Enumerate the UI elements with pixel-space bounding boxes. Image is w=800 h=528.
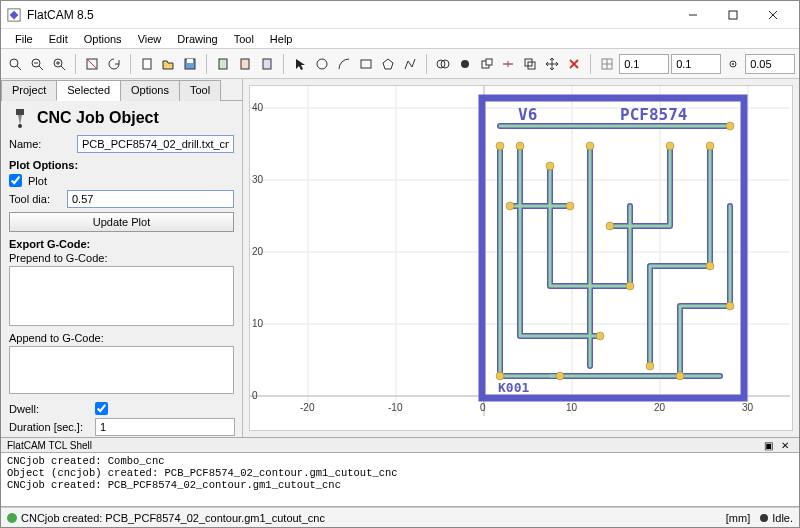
x-tick: -10: [388, 402, 402, 413]
svg-point-57: [546, 162, 554, 170]
open-gcode-icon[interactable]: [257, 53, 277, 75]
shell-undock-icon[interactable]: ▣: [760, 440, 777, 451]
plot-checkbox-label: Plot: [28, 175, 47, 187]
window-title: FlatCAM 8.5: [27, 8, 673, 22]
delete-icon[interactable]: [564, 53, 584, 75]
menu-options[interactable]: Options: [76, 31, 130, 47]
union-icon[interactable]: [433, 53, 453, 75]
shell-output[interactable]: CNCjob created: Combo_cnc Object (cncjob…: [1, 453, 799, 507]
grid-icon[interactable]: [597, 53, 617, 75]
toolbar: [1, 49, 799, 79]
menubar: File Edit Options View Drawing Tool Help: [1, 29, 799, 49]
open-project-icon[interactable]: [159, 53, 179, 75]
svg-line-6: [17, 66, 21, 70]
menu-drawing[interactable]: Drawing: [169, 31, 225, 47]
snap-icon[interactable]: [723, 53, 743, 75]
copy-icon[interactable]: [520, 53, 540, 75]
update-plot-button[interactable]: Update Plot: [9, 212, 234, 232]
shell-title-bar: FlatCAM TCL Shell ▣ ✕: [1, 437, 799, 453]
x-tick: 0: [480, 402, 486, 413]
svg-point-70: [566, 202, 574, 210]
svg-rect-2: [729, 11, 737, 19]
save-project-icon[interactable]: [180, 53, 200, 75]
tab-options[interactable]: Options: [120, 80, 180, 101]
svg-rect-39: [16, 109, 24, 115]
prepend-textarea[interactable]: [9, 266, 234, 326]
select-icon[interactable]: [290, 53, 310, 75]
left-panel: Project Selected Options Tool CNC Job Ob…: [1, 79, 243, 437]
clear-plot-icon[interactable]: [82, 53, 102, 75]
svg-point-69: [506, 202, 514, 210]
minimize-button[interactable]: [673, 2, 713, 28]
move-icon[interactable]: [542, 53, 562, 75]
close-button[interactable]: [753, 2, 793, 28]
open-excellon-icon[interactable]: [235, 53, 255, 75]
svg-point-66: [646, 362, 654, 370]
status-units: [mm]: [726, 512, 750, 524]
svg-point-67: [676, 372, 684, 380]
duration-field[interactable]: [95, 418, 235, 436]
y-tick: 10: [252, 318, 263, 329]
dwell-checkbox[interactable]: [95, 402, 108, 415]
svg-point-61: [726, 122, 734, 130]
tool-dia-field[interactable]: [67, 190, 234, 208]
cut-path-icon[interactable]: [499, 53, 519, 75]
svg-rect-16: [143, 59, 151, 69]
intersect-icon[interactable]: [455, 53, 475, 75]
open-gerber-icon[interactable]: [213, 53, 233, 75]
svg-line-9: [39, 66, 43, 70]
tab-project[interactable]: Project: [1, 80, 57, 101]
status-ok-icon: [7, 513, 17, 523]
menu-view[interactable]: View: [130, 31, 170, 47]
zoom-fit-icon[interactable]: [5, 53, 25, 75]
svg-point-62: [496, 372, 504, 380]
menu-file[interactable]: File: [7, 31, 41, 47]
svg-point-60: [706, 142, 714, 150]
zoom-in-icon[interactable]: [49, 53, 69, 75]
svg-rect-18: [187, 59, 193, 63]
grid-y-field[interactable]: [671, 54, 721, 74]
new-project-icon[interactable]: [137, 53, 157, 75]
tab-selected[interactable]: Selected: [56, 80, 121, 101]
snap-field[interactable]: [745, 54, 795, 74]
zoom-out-icon[interactable]: [27, 53, 47, 75]
svg-point-65: [626, 282, 634, 290]
app-icon: [7, 8, 21, 22]
svg-point-58: [586, 142, 594, 150]
grid-x-field[interactable]: [619, 54, 669, 74]
status-state: Idle.: [772, 512, 793, 524]
circle-icon[interactable]: [312, 53, 332, 75]
plot-canvas[interactable]: V6 PCF8574 K001 -20 -10 0 10 20 30 0 10 …: [249, 85, 793, 431]
menu-help[interactable]: Help: [262, 31, 301, 47]
append-label: Append to G-Code:: [9, 332, 234, 344]
svg-point-68: [726, 302, 734, 310]
arc-icon[interactable]: [334, 53, 354, 75]
name-field[interactable]: [77, 135, 234, 153]
svg-rect-23: [361, 60, 371, 68]
maximize-button[interactable]: [713, 2, 753, 28]
x-tick: -20: [300, 402, 314, 413]
x-tick: 30: [742, 402, 753, 413]
menu-edit[interactable]: Edit: [41, 31, 76, 47]
svg-line-15: [87, 59, 97, 69]
prepend-label: Prepend to G-Code:: [9, 252, 234, 264]
tab-tool[interactable]: Tool: [179, 80, 221, 101]
titlebar: FlatCAM 8.5: [1, 1, 799, 29]
shell-close-icon[interactable]: ✕: [777, 440, 793, 451]
statusbar: CNCjob created: PCB_PCF8574_02_contour.g…: [1, 507, 799, 527]
rectangle-icon[interactable]: [356, 53, 376, 75]
svg-point-55: [496, 142, 504, 150]
silk-text-bottom: K001: [498, 380, 529, 395]
svg-point-5: [10, 59, 18, 67]
menu-tool[interactable]: Tool: [226, 31, 262, 47]
status-message: CNCjob created: PCB_PCF8574_02_contour.g…: [21, 512, 325, 524]
polygon-icon[interactable]: [378, 53, 398, 75]
replot-icon[interactable]: [104, 53, 124, 75]
plot-checkbox[interactable]: [9, 174, 22, 187]
path-icon[interactable]: [400, 53, 420, 75]
subtract-icon[interactable]: [477, 53, 497, 75]
append-textarea[interactable]: [9, 346, 234, 394]
plot-options-label: Plot Options:: [9, 159, 234, 171]
cnc-job-icon: [9, 107, 31, 129]
name-label: Name:: [9, 138, 71, 150]
